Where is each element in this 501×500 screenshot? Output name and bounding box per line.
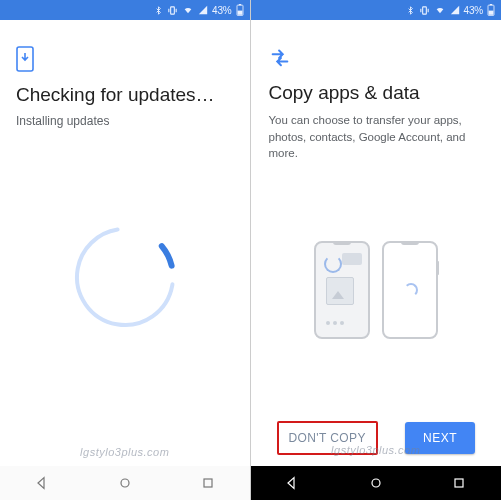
nav-recents-button[interactable] [439, 475, 479, 491]
signal-icon [450, 5, 460, 15]
page-description: You can choose to transfer your apps, ph… [269, 112, 484, 162]
page-title: Checking for updates… [16, 84, 234, 106]
wifi-icon [434, 5, 446, 15]
nav-back-button[interactable] [22, 475, 62, 491]
svg-rect-9 [422, 6, 426, 13]
next-button[interactable]: NEXT [405, 422, 475, 454]
nav-bar [0, 466, 250, 500]
status-bar: 43% [251, 0, 502, 20]
signal-icon [198, 5, 208, 15]
status-bar: 43% [0, 0, 250, 20]
transfer-arrows-icon [269, 46, 291, 68]
nav-back-button[interactable] [272, 475, 312, 491]
screen-updates: 43% Checking for updates… Installing upd… [0, 0, 251, 500]
battery-percentage: 43% [212, 5, 231, 16]
vibrate-icon [419, 5, 430, 16]
screen-copy-data: 43% Copy apps & data You can choose to t… [251, 0, 502, 500]
nav-home-button[interactable] [356, 475, 396, 491]
vibrate-icon [167, 5, 178, 16]
nav-home-button[interactable] [105, 475, 145, 491]
svg-rect-12 [490, 4, 492, 5]
system-update-icon [16, 46, 34, 72]
page-subtitle: Installing updates [16, 114, 234, 128]
wifi-icon [182, 5, 194, 15]
svg-rect-2 [237, 11, 242, 15]
old-device-icon [314, 241, 370, 339]
svg-point-6 [65, 217, 185, 337]
nav-bar [251, 466, 502, 500]
nav-recents-button[interactable] [188, 475, 228, 491]
svg-point-5 [69, 221, 180, 332]
svg-rect-3 [238, 4, 240, 5]
bluetooth-icon [406, 5, 415, 16]
bluetooth-icon [154, 5, 163, 16]
loading-spinner-icon [65, 217, 185, 337]
page-title: Copy apps & data [269, 82, 484, 104]
svg-rect-0 [171, 6, 175, 13]
svg-point-13 [372, 479, 380, 487]
svg-point-7 [121, 479, 129, 487]
device-illustration [269, 162, 484, 418]
battery-icon [236, 4, 244, 16]
new-device-icon [382, 241, 438, 339]
dont-copy-button[interactable]: DON'T COPY [277, 421, 378, 455]
svg-rect-8 [204, 479, 212, 487]
svg-rect-14 [455, 479, 463, 487]
svg-rect-11 [489, 11, 494, 15]
battery-percentage: 43% [464, 5, 483, 16]
battery-icon [487, 4, 495, 16]
